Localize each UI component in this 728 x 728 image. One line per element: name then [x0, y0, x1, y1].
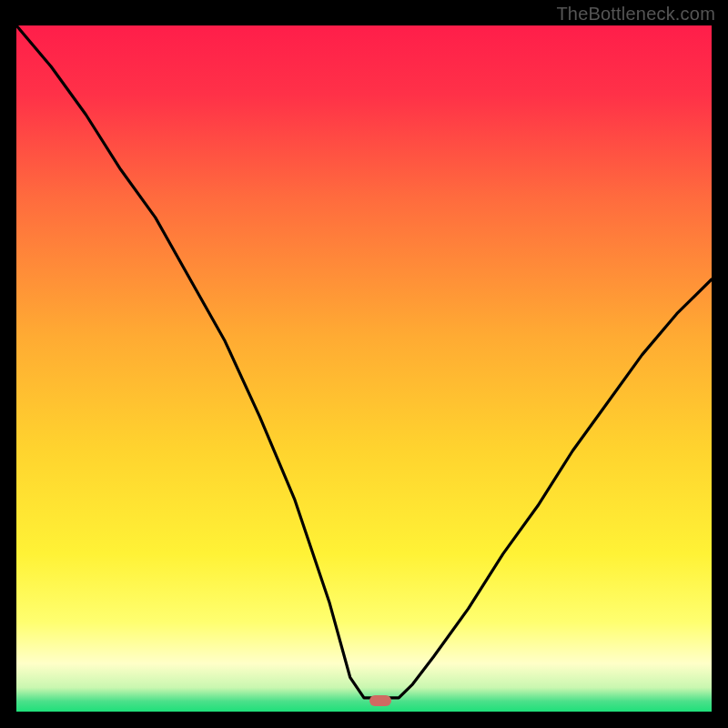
bottleneck-curve [16, 25, 712, 712]
watermark-label: TheBottleneck.com [556, 4, 715, 25]
plot-area [16, 25, 712, 712]
chart-frame: TheBottleneck.com [0, 0, 728, 728]
minimum-marker [369, 695, 391, 706]
